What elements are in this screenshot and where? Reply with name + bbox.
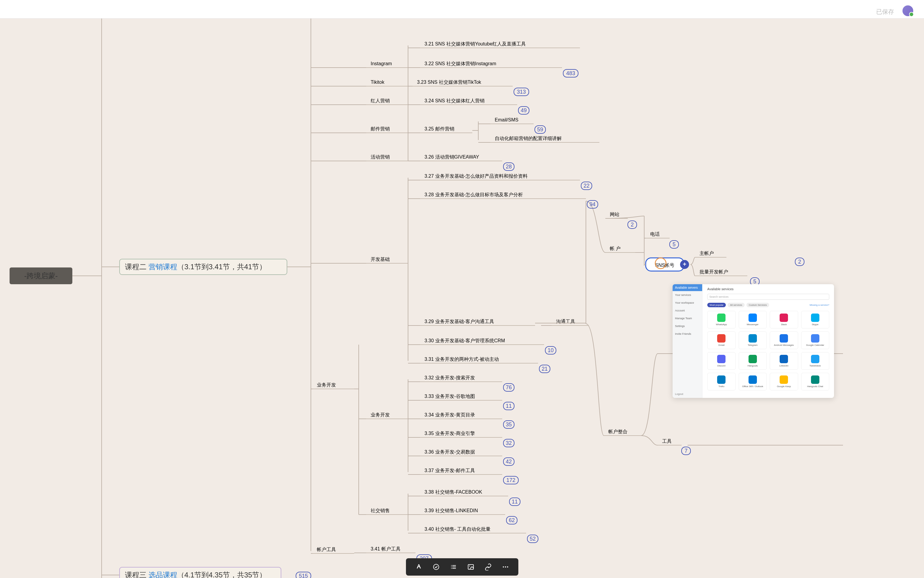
item-n329[interactable]: 3.29 业务开发基础-客户沟通工具 — [420, 319, 535, 325]
svg-text:2: 2 — [798, 259, 801, 265]
badge-acct-phone: 5 — [670, 240, 678, 248]
item-n330[interactable]: 3.30 业务开发基础-客户管理系统CRM — [420, 338, 544, 345]
item-n332[interactable]: 3.32 业务开发-搜索开发 — [420, 375, 502, 382]
save-status: 已保存 — [876, 8, 894, 16]
thumb-app-8: Discord — [707, 352, 736, 370]
image-button[interactable] — [466, 562, 475, 572]
header-bar: 已保存 — [0, 0, 924, 19]
l2-dev-basic[interactable]: 开发基础 — [366, 257, 408, 263]
acct-root[interactable]: 帐 户 — [605, 246, 635, 253]
acct-merge[interactable]: 帐户整合 — [604, 429, 641, 435]
item-n331[interactable]: 3.31 业务开发的两种方式-被动主动 — [420, 357, 538, 363]
item-n329sub[interactable]: 沟通工具 — [552, 319, 589, 325]
item-n325[interactable]: 3.25 邮件营销 — [420, 126, 472, 133]
thumb-app-11: Tweetdeck — [801, 352, 830, 370]
thumb-grid: WhatsAppMessengerSlackSkypeGmailTelegram… — [707, 311, 829, 390]
link-button[interactable] — [484, 562, 493, 572]
more-button[interactable] — [501, 562, 510, 572]
root-node[interactable]: -跨境启蒙- — [10, 268, 72, 284]
thumb-app-12: Trello — [707, 373, 736, 390]
item-n337[interactable]: 3.37 业务开发-邮件工具 — [420, 468, 502, 474]
thumb-chip-2: Custom Services — [746, 303, 769, 307]
item-n333[interactable]: 3.33 业务开发-谷歌地图 — [420, 394, 502, 400]
item-n322[interactable]: 3.22 SNS 社交媒体营销Instagram — [420, 61, 562, 68]
svg-text:电话: 电话 — [650, 232, 660, 237]
svg-text:开发基础: 开发基础 — [371, 257, 390, 262]
item-n335[interactable]: 3.35 业务开发-商业引擎 — [420, 431, 502, 437]
item-n323[interactable]: 3.23 SNS 社交媒体营销TikTok — [413, 80, 513, 86]
svg-text:3.30 业务开发基础-客户管理系统CRM: 3.30 业务开发基础-客户管理系统CRM — [424, 338, 505, 343]
add-child-button[interactable]: + — [680, 260, 689, 269]
item-n321[interactable]: 3.21 SNS 社交媒体营销Youtube红人及直播工具 — [420, 41, 580, 48]
list-button[interactable] — [449, 562, 458, 572]
thumb-title: Available services — [707, 287, 829, 291]
thumb-app-5: Telegram — [739, 331, 767, 349]
svg-text:工具: 工具 — [662, 438, 672, 444]
thumb-filters: Most popular All services Custom Service… — [707, 303, 829, 307]
item-n328[interactable]: 3.28 业务开发基础-怎么做目标市场及客户分析 — [420, 192, 586, 199]
svg-text:社交销售: 社交销售 — [371, 508, 390, 513]
l2-tikitok[interactable]: Tikitok — [366, 80, 408, 86]
acct-main[interactable]: 主帐户 — [695, 251, 727, 257]
thumb-app-0: WhatsApp — [707, 311, 736, 328]
thumb-app-7: Google Calendar — [801, 331, 830, 349]
l2-biz-dev[interactable]: 业务开发 — [366, 412, 408, 419]
badge-n324: 49 — [518, 107, 529, 114]
svg-text:Tikitok: Tikitok — [371, 80, 385, 84]
l2-hongren[interactable]: 红人营销 — [366, 98, 408, 105]
svg-text:3.33 业务开发-谷歌地图: 3.33 业务开发-谷歌地图 — [424, 394, 475, 399]
acct-batch[interactable]: 批量开发帐户 — [695, 269, 747, 276]
l2-activity[interactable]: 活动营销 — [366, 154, 408, 161]
svg-text:52: 52 — [530, 536, 536, 542]
acct-tool[interactable]: 工具 — [658, 438, 681, 445]
item-n340[interactable]: 3.40 社交销售- 工具自动化批量 — [420, 526, 526, 533]
item-n338[interactable]: 3.38 社交销售-FACEBOOK — [420, 489, 508, 496]
item-n334[interactable]: 3.34 业务开发-黄页目录 — [420, 412, 502, 419]
course2-node[interactable]: 课程二 营销课程（3.1节到3.41节，共41节） — [120, 259, 287, 274]
thumb-app-10: LinkedIn — [770, 352, 798, 370]
thumb-side-5: Invite Friends — [673, 330, 702, 338]
l2-email[interactable]: 邮件营销 — [366, 126, 408, 133]
svg-text:3.38 社交销售-FACEBOOK: 3.38 社交销售-FACEBOOK — [424, 489, 482, 495]
course2-name: 营销课程 — [149, 263, 177, 271]
thumb-search: Search services — [707, 294, 829, 300]
badge-n333: 11 — [503, 402, 514, 410]
badge-n328: 94 — [587, 200, 598, 208]
badge-n340: 52 — [527, 535, 538, 543]
acct-website[interactable]: 网站 — [605, 212, 628, 218]
svg-text:172: 172 — [507, 477, 515, 483]
badge-acct-tool: 7 — [681, 447, 691, 455]
l2-biz-dev-parent[interactable]: 业务开发 — [312, 382, 354, 389]
course3-node[interactable]: 课程三 选品课程（4.1节到4.35节，共35节） — [120, 567, 281, 578]
acct-phone[interactable]: 电话 — [646, 232, 670, 238]
svg-text:3.23 SNS 社交媒体营销TikTok: 3.23 SNS 社交媒体营销TikTok — [417, 80, 482, 84]
item-n325b[interactable]: 自动化邮箱营销的配置详细讲解 — [490, 136, 599, 143]
checkmark-button[interactable] — [432, 562, 441, 572]
font-style-button[interactable] — [414, 562, 423, 572]
svg-text:+: + — [683, 261, 686, 268]
badge-n331: 21 — [539, 365, 550, 373]
svg-point-141 — [434, 564, 439, 570]
course2-prefix: 课程二 — [125, 263, 149, 271]
l2-social-sale[interactable]: 社交销售 — [366, 508, 408, 515]
item-n324[interactable]: 3.24 SNS 社交媒体红人营销 — [420, 98, 517, 105]
svg-text:3.40 社交销售- 工具自动化批量: 3.40 社交销售- 工具自动化批量 — [424, 526, 490, 532]
l2-acct-tool[interactable]: 帐户工具 — [312, 547, 354, 554]
l2-instagram[interactable]: Instagram — [366, 61, 408, 68]
svg-text:3.35 业务开发-商业引擎: 3.35 业务开发-商业引擎 — [424, 431, 475, 436]
item-n327[interactable]: 3.27 业务开发基础-怎么做好产品资料和报价资料 — [420, 174, 580, 180]
thumb-logout: Logout — [675, 393, 683, 396]
item-n325a[interactable]: Email/SMS — [490, 117, 534, 124]
svg-point-144 — [503, 566, 504, 568]
item-n336[interactable]: 3.36 业务开发-交易数据 — [420, 449, 502, 456]
thumbnail-panel: Available servers Your servicesYour work… — [673, 284, 834, 398]
svg-text:Instagram: Instagram — [371, 61, 392, 66]
item-n341[interactable]: 3.41 帐户工具 — [366, 546, 416, 553]
badge-n332: 76 — [503, 383, 514, 391]
thumb-app-4: Gmail — [707, 331, 736, 349]
item-n326[interactable]: 3.26 活动营销GIVEAWAY — [420, 154, 502, 161]
thumb-main: Available services Search services Most … — [702, 284, 834, 398]
item-n339[interactable]: 3.39 社交销售-LINKEDIN — [420, 508, 505, 515]
user-avatar[interactable] — [903, 5, 913, 16]
svg-text:3.36 业务开发-交易数据: 3.36 业务开发-交易数据 — [424, 449, 475, 455]
